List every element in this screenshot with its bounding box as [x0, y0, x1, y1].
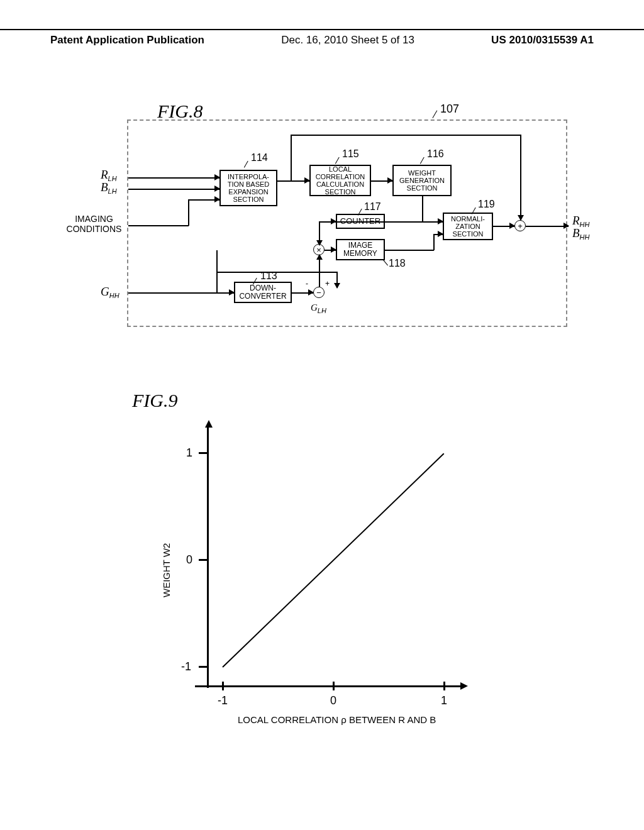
output-b-hh: BHH [572, 226, 590, 241]
arrow-icon [304, 177, 310, 184]
subtract-node: − [313, 287, 325, 298]
ref-115: 115 [342, 148, 359, 160]
wire [128, 177, 219, 179]
arrow-icon [308, 289, 314, 296]
arrow-icon [316, 240, 323, 246]
y-axis-arrow-icon [205, 420, 213, 428]
wire [520, 135, 521, 220]
ref-117: 117 [364, 201, 381, 213]
wire [216, 250, 218, 272]
arrow-icon [331, 218, 336, 224]
block-118-image-memory: IMAGE MEMORY [336, 239, 385, 260]
arrow-icon [438, 218, 443, 224]
wire [291, 135, 292, 181]
input-b-lh: BLH [101, 180, 117, 195]
ref-119: 119 [478, 199, 495, 210]
figure-8: FIG.8 107 INTERPOLA- TION BASED EXPANSIO… [75, 101, 572, 340]
header-center: Dec. 16, 2010 Sheet 5 of 13 [281, 34, 414, 47]
figure-8-title: FIG.8 [157, 101, 203, 122]
y-tick-1 [199, 452, 208, 454]
page-header: Patent Application Publication Dec. 16, … [0, 29, 644, 47]
arrow-icon [518, 215, 524, 221]
x-tick-label-0: 0 [330, 694, 336, 707]
arrow-icon [334, 283, 340, 289]
figure-8-box: INTERPOLA- TION BASED EXPANSION SECTION … [127, 119, 567, 327]
x-axis [195, 685, 465, 687]
x-tick-0 [333, 682, 335, 690]
input-g-hh: GHH [101, 285, 119, 299]
x-tick-label-1: 1 [441, 694, 447, 707]
x-tick-neg1 [222, 682, 224, 690]
wire [433, 234, 443, 235]
block-115-local-correlation: LOCAL CORRELATION CALCULATION SECTION [309, 165, 371, 196]
wire [526, 226, 569, 227]
x-tick-label-neg1: -1 [218, 694, 228, 707]
wire [291, 135, 520, 136]
wire [128, 292, 219, 294]
arrow-icon [564, 223, 569, 229]
ref-116: 116 [427, 148, 444, 160]
block-116-weight-generation: WEIGHT GENERATION SECTION [392, 165, 452, 196]
wire [128, 225, 189, 226]
arrow-icon [509, 223, 515, 229]
y-tick-label-neg1: -1 [181, 660, 191, 673]
wire [216, 292, 234, 294]
y-tick-0 [199, 559, 208, 561]
block-114-interpolation: INTERPOLA- TION BASED EXPANSION SECTION [219, 170, 277, 206]
block-119-normalization: NORMALI- ZATION SECTION [443, 213, 493, 240]
g-lh-label: GLH [311, 302, 326, 314]
x-axis-label: LOCAL CORRELATION ρ BETWEEN R AND B [238, 714, 436, 725]
ref-114: 114 [251, 152, 268, 163]
arrow-icon [316, 254, 323, 260]
input-imaging-conditions: IMAGING CONDITIONS [64, 214, 124, 234]
wire [385, 250, 434, 251]
wire [128, 189, 219, 190]
wire [385, 221, 443, 223]
wire [422, 196, 423, 221]
add-node: + [514, 220, 526, 231]
y-tick-label-1: 1 [186, 446, 192, 460]
figure-9: FIG.9 1 0 -1 -1 0 1 WEIGHT W2 LOCAL CORR… [107, 390, 497, 742]
arrow-icon [331, 246, 336, 253]
arrow-icon [387, 177, 393, 184]
x-axis-arrow-icon [460, 682, 468, 690]
minus-sign: - [306, 279, 308, 288]
header-right: US 2010/0315539 A1 [491, 34, 594, 47]
chart-data-line [222, 453, 444, 668]
header-left: Patent Application Publication [50, 34, 204, 47]
wire [319, 255, 320, 287]
wire [188, 199, 189, 226]
x-tick-1 [443, 682, 445, 690]
y-tick-label-0: 0 [186, 553, 192, 567]
y-axis [207, 424, 209, 688]
arrow-icon [214, 196, 220, 202]
block-113-downconverter: DOWN- CONVERTER [234, 282, 292, 303]
y-tick-neg1 [199, 666, 208, 668]
plus-sign: + [325, 279, 330, 288]
wire [433, 234, 435, 250]
arrow-icon [214, 174, 220, 180]
arrow-icon [214, 185, 220, 192]
figure-9-title: FIG.9 [132, 390, 177, 411]
y-axis-label: WEIGHT W2 [161, 543, 172, 597]
